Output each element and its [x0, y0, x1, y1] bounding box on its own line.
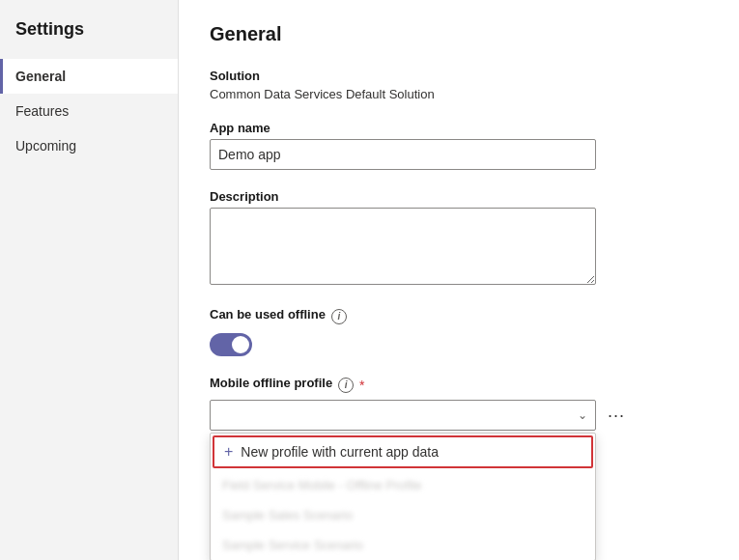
sidebar-item-label: Features — [15, 103, 69, 119]
chevron-down-icon: ⌄ — [578, 408, 587, 422]
description-field: Description — [210, 189, 708, 288]
app-name-label: App name — [210, 121, 708, 135]
new-profile-label: New profile with current app data — [241, 444, 439, 460]
dropdown-option-2[interactable]: Sample Sales Scenario — [211, 500, 595, 530]
mobile-profile-info-icon: i — [338, 378, 354, 393]
solution-value: Common Data Services Default Solution — [210, 87, 708, 101]
offline-label: Can be used offline — [210, 307, 326, 322]
mobile-profile-row: ⌄ + New profile with current app data Fi… — [210, 400, 708, 431]
description-label: Description — [210, 189, 708, 204]
required-indicator: * — [359, 378, 364, 393]
plus-icon: + — [224, 443, 233, 461]
sidebar-item-upcoming[interactable]: Upcoming — [0, 128, 178, 163]
dropdown-option-3[interactable]: Sample Service Scenario — [211, 530, 595, 560]
dropdown-panel: + New profile with current app data Fiel… — [210, 433, 596, 560]
sidebar-item-label: Upcoming — [15, 138, 76, 154]
sidebar-item-label: General — [15, 69, 66, 84]
mobile-profile-dropdown[interactable]: ⌄ — [210, 400, 596, 431]
sidebar-item-features[interactable]: Features — [0, 94, 178, 128]
app-name-input[interactable] — [210, 139, 596, 170]
app-name-field: App name — [210, 121, 708, 170]
description-input[interactable] — [210, 208, 596, 285]
mobile-profile-dropdown-container: ⌄ + New profile with current app data Fi… — [210, 400, 596, 431]
dropdown-option-new-profile[interactable]: + New profile with current app data — [213, 435, 593, 468]
sidebar: Settings General Features Upcoming — [0, 0, 179, 560]
offline-field: Can be used offline i — [210, 307, 708, 356]
mobile-profile-label: Mobile offline profile — [210, 376, 332, 390]
more-options-button[interactable]: ··· — [604, 406, 629, 426]
offline-info-icon: i — [331, 309, 347, 324]
dropdown-option-1[interactable]: Field Service Mobile - Offline Profile — [211, 470, 595, 500]
solution-field: Solution Common Data Services Default So… — [210, 69, 708, 101]
sidebar-item-general[interactable]: General — [0, 59, 178, 94]
page-title: General — [210, 23, 708, 45]
main-content: General Solution Common Data Services De… — [179, 0, 739, 560]
solution-label: Solution — [210, 69, 708, 83]
sidebar-title: Settings — [0, 19, 178, 59]
offline-toggle[interactable] — [210, 333, 252, 356]
mobile-profile-field: Mobile offline profile i * ⌄ + New profi… — [210, 376, 708, 431]
